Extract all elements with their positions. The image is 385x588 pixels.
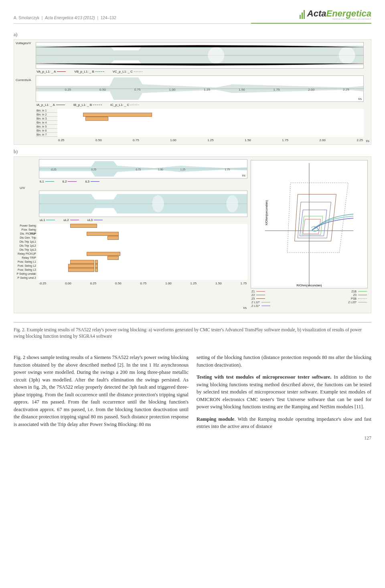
binary-row: Bin. in 1: [36, 109, 364, 113]
svg-point-18: [226, 195, 238, 213]
binary-row: [37, 236, 247, 240]
binary-segment: [95, 264, 98, 268]
binary-label: Pow. Swing TRIP: [16, 228, 37, 232]
svg-marker-23: [298, 202, 331, 238]
zone-legend-item: Z L31*: [251, 304, 270, 307]
body-para: Testing with test modules of microproces…: [197, 373, 371, 411]
legend-swatch-icon: [94, 220, 103, 220]
binary-row: Bin. in 3: [36, 117, 364, 121]
tick-label: 0.00: [65, 282, 71, 285]
tick-label: 0.75: [140, 282, 147, 285]
binary-track: [37, 256, 247, 260]
zone-name: Z1: [251, 290, 255, 293]
legend-item: VA_p_L1: _ A: [36, 70, 67, 73]
binary-row: [37, 232, 247, 236]
page-range: 124–132: [101, 16, 116, 20]
b-current-legend: iL1 iL2 iL3: [37, 179, 249, 185]
voltages-axis-label: Voltages/V: [16, 41, 31, 45]
tick-label: 2.00: [319, 138, 326, 142]
zone-legend-row: Z L31*: [251, 304, 367, 307]
binary-track: [37, 232, 247, 236]
legend-swatch-icon: [57, 71, 66, 72]
svg-text:-0.25: -0.25: [51, 168, 57, 171]
binary-label: Dis Gen. Trip: [16, 236, 37, 240]
page-number: 127: [0, 430, 385, 448]
binary-segment: [70, 260, 95, 264]
svg-text:1.00: 1.00: [158, 168, 163, 171]
legend-item: IA_p_L1: _ A: [36, 103, 66, 107]
svg-text:1.75: 1.75: [225, 168, 230, 171]
zone-swatch-icon: [256, 291, 265, 292]
binary-segment: [68, 264, 94, 268]
page-header: A. Smolarczyk | Acta Energetica 4/13 (20…: [0, 0, 385, 20]
tick-label: 0.50: [95, 138, 102, 142]
legend-swatch-icon: [95, 71, 104, 72]
binary-label: Pow. Swing L1: [16, 260, 37, 264]
current-legend: IA_p_L1: _ A IB_p_L1: _ B IC_p_L1: _ C: [34, 103, 365, 108]
logo-text-energ: Energetica: [326, 8, 372, 18]
binary-label: Bin. in 2: [36, 113, 57, 116]
binary-track: [37, 252, 247, 256]
zone-legend-item: PSB: [351, 297, 367, 300]
x-ticks-a: 0.250.500.751.001.251.501.752.002.25: [34, 138, 365, 143]
b-current-waveform: -0.250.250.75 1.001.251.75 t/s: [39, 159, 247, 178]
zone-legend-row: Z5PSB: [251, 297, 367, 300]
zone-name: PSB: [351, 297, 357, 300]
binary-segment: [95, 268, 98, 272]
binary-row: [37, 244, 247, 248]
zone-name: Z L23*: [348, 301, 357, 304]
voltage-waveform: [36, 42, 364, 69]
binary-label: Relay TRIP: [16, 256, 37, 260]
zone-name: Z5: [251, 297, 255, 300]
binary-label: Power Swing: [16, 224, 37, 228]
binary-label: Bin. in 4: [36, 121, 57, 124]
binary-track: [37, 244, 247, 248]
zone-legend-row: Z1Z1B: [251, 290, 367, 293]
legend-swatch-icon: [134, 71, 143, 72]
binary-row: Bin. in 5: [36, 125, 364, 129]
body-para: Ramping module. With the Ramping module …: [197, 416, 371, 430]
zone-legend-item: Z5: [251, 297, 265, 300]
legend-swatch-icon: [130, 105, 139, 105]
binary-track: [37, 268, 247, 272]
binary-label: Bin. in 3: [36, 117, 57, 120]
legend-item: uL2: [63, 218, 80, 222]
binary-segment: [70, 224, 97, 228]
binary-track: [37, 228, 247, 232]
zone-name: Z L31*: [251, 304, 260, 307]
binary-track: [37, 236, 247, 240]
tick-label: 0.25: [58, 138, 65, 142]
svg-marker-22: [295, 194, 336, 241]
imp-ylabel: X/Ohm(secondan): [265, 200, 268, 225]
binary-label: Pow. Swing L3: [16, 268, 37, 272]
legend-swatch-icon: [68, 181, 77, 182]
legend-item: iL1: [40, 180, 55, 183]
binary-label: Bin. in 6: [36, 129, 57, 132]
x-ticks-b: -0.250.000.250.500.751.001.251.501.75: [37, 281, 249, 286]
legend-swatch-icon: [91, 181, 99, 182]
b-binary-labels: Power SwingPow. Swing TRIPDis. PICKUPDis…: [16, 224, 37, 280]
svg-text:0.50: 0.50: [99, 88, 106, 91]
divider-icon: |: [97, 16, 98, 20]
impedance-plot: R/Ohm(secondan) X/Ohm(secondan): [251, 160, 368, 288]
svg-text:0.25: 0.25: [91, 168, 97, 171]
binary-track: [37, 224, 247, 228]
zone-legend-item: Z2: [251, 294, 265, 296]
tick-label: 1.75: [241, 282, 247, 285]
svg-text:0.75: 0.75: [136, 168, 141, 171]
binary-label: Bin. in 7: [36, 133, 57, 136]
legend-item: uL3: [87, 218, 104, 222]
current-svg: 0.250.500.75 1.001.251.50 1.752.002.25: [36, 76, 363, 101]
binary-row: [37, 224, 247, 228]
axis-label-ts: t/s: [359, 97, 362, 101]
binary-row: Bin. in 6: [36, 129, 364, 133]
zone-name: Z L12*: [251, 301, 260, 304]
zone-swatch-icon: [256, 295, 265, 295]
b-voltage-waveform: [39, 191, 247, 217]
caption-rule: [14, 322, 371, 322]
svg-point-1: [339, 47, 355, 64]
zone-swatch-icon: [261, 306, 270, 306]
binary-track: [37, 260, 247, 264]
binary-tracks-a: Bin. in 1Bin. in 2Bin. in 3Bin. in 4Bin.…: [36, 109, 364, 137]
binary-track: [57, 125, 364, 129]
